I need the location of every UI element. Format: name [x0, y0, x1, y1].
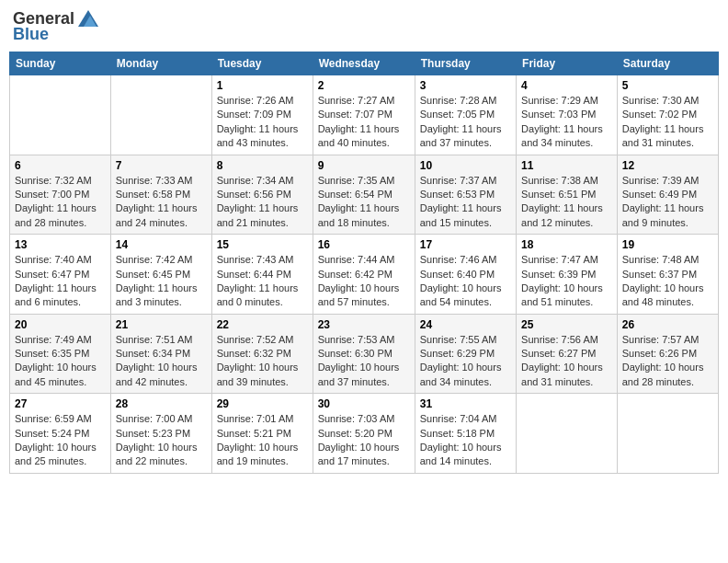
calendar-week-row: 20Sunrise: 7:49 AMSunset: 6:35 PMDayligh… — [10, 314, 719, 394]
calendar-cell: 9Sunrise: 7:35 AMSunset: 6:54 PMDaylight… — [313, 155, 415, 235]
day-of-week-header: Thursday — [415, 52, 516, 75]
day-number: 9 — [318, 159, 410, 172]
calendar-week-row: 1Sunrise: 7:26 AMSunset: 7:09 PMDaylight… — [10, 75, 719, 155]
calendar-week-row: 13Sunrise: 7:40 AMSunset: 6:47 PMDayligh… — [10, 235, 719, 315]
day-number: 5 — [622, 79, 713, 92]
page-header: General Blue — [9, 9, 719, 44]
calendar-cell: 12Sunrise: 7:39 AMSunset: 6:49 PMDayligh… — [617, 155, 718, 235]
calendar-cell: 1Sunrise: 7:26 AMSunset: 7:09 PMDaylight… — [211, 75, 313, 155]
day-number: 26 — [622, 318, 713, 331]
day-info: Sunrise: 6:59 AMSunset: 5:24 PMDaylight:… — [15, 412, 106, 469]
day-number: 29 — [217, 397, 308, 410]
day-number: 4 — [521, 79, 612, 92]
day-info: Sunrise: 7:27 AMSunset: 7:07 PMDaylight:… — [318, 94, 410, 151]
day-info: Sunrise: 7:26 AMSunset: 7:09 PMDaylight:… — [217, 94, 308, 151]
day-info: Sunrise: 7:01 AMSunset: 5:21 PMDaylight:… — [217, 412, 308, 469]
day-info: Sunrise: 7:47 AMSunset: 6:39 PMDaylight:… — [521, 253, 612, 310]
calendar-cell: 20Sunrise: 7:49 AMSunset: 6:35 PMDayligh… — [10, 314, 111, 394]
day-number: 19 — [622, 238, 713, 251]
day-number: 7 — [116, 159, 207, 172]
day-number: 14 — [116, 238, 207, 251]
day-number: 1 — [217, 79, 308, 92]
day-number: 30 — [318, 397, 410, 410]
calendar-cell: 13Sunrise: 7:40 AMSunset: 6:47 PMDayligh… — [10, 235, 111, 315]
day-info: Sunrise: 7:32 AMSunset: 7:00 PMDaylight:… — [15, 174, 106, 231]
calendar-cell: 16Sunrise: 7:44 AMSunset: 6:42 PMDayligh… — [313, 235, 415, 315]
day-info: Sunrise: 7:57 AMSunset: 6:26 PMDaylight:… — [622, 333, 713, 390]
day-number: 28 — [116, 397, 207, 410]
calendar-cell: 5Sunrise: 7:30 AMSunset: 7:02 PMDaylight… — [617, 75, 718, 155]
calendar-cell: 8Sunrise: 7:34 AMSunset: 6:56 PMDaylight… — [211, 155, 313, 235]
calendar-cell: 18Sunrise: 7:47 AMSunset: 6:39 PMDayligh… — [517, 235, 618, 315]
calendar-cell: 31Sunrise: 7:04 AMSunset: 5:18 PMDayligh… — [415, 394, 516, 474]
day-number: 6 — [15, 159, 106, 172]
day-number: 12 — [622, 159, 713, 172]
calendar-cell: 10Sunrise: 7:37 AMSunset: 6:53 PMDayligh… — [415, 155, 516, 235]
day-number: 8 — [217, 159, 308, 172]
day-of-week-header: Tuesday — [211, 52, 313, 75]
day-number: 17 — [420, 238, 511, 251]
calendar-cell — [110, 75, 211, 155]
calendar-cell: 2Sunrise: 7:27 AMSunset: 7:07 PMDaylight… — [313, 75, 415, 155]
calendar-cell: 30Sunrise: 7:03 AMSunset: 5:20 PMDayligh… — [313, 394, 415, 474]
day-info: Sunrise: 7:46 AMSunset: 6:40 PMDaylight:… — [420, 253, 511, 310]
day-info: Sunrise: 7:38 AMSunset: 6:51 PMDaylight:… — [521, 174, 612, 231]
calendar-cell: 14Sunrise: 7:42 AMSunset: 6:45 PMDayligh… — [110, 235, 211, 315]
calendar-cell: 7Sunrise: 7:33 AMSunset: 6:58 PMDaylight… — [110, 155, 211, 235]
calendar-cell: 28Sunrise: 7:00 AMSunset: 5:23 PMDayligh… — [110, 394, 211, 474]
calendar-cell: 27Sunrise: 6:59 AMSunset: 5:24 PMDayligh… — [10, 394, 111, 474]
day-number: 15 — [217, 238, 308, 251]
calendar-cell: 26Sunrise: 7:57 AMSunset: 6:26 PMDayligh… — [617, 314, 718, 394]
calendar-cell: 3Sunrise: 7:28 AMSunset: 7:05 PMDaylight… — [415, 75, 516, 155]
day-info: Sunrise: 7:04 AMSunset: 5:18 PMDaylight:… — [420, 412, 511, 469]
day-info: Sunrise: 7:39 AMSunset: 6:49 PMDaylight:… — [622, 174, 713, 231]
day-info: Sunrise: 7:53 AMSunset: 6:30 PMDaylight:… — [318, 333, 410, 390]
day-number: 24 — [420, 318, 511, 331]
logo: General Blue — [13, 9, 98, 44]
calendar-cell: 21Sunrise: 7:51 AMSunset: 6:34 PMDayligh… — [110, 314, 211, 394]
day-number: 3 — [420, 79, 511, 92]
calendar-cell: 11Sunrise: 7:38 AMSunset: 6:51 PMDayligh… — [517, 155, 618, 235]
calendar-cell: 15Sunrise: 7:43 AMSunset: 6:44 PMDayligh… — [211, 235, 313, 315]
day-number: 23 — [318, 318, 410, 331]
day-info: Sunrise: 7:37 AMSunset: 6:53 PMDaylight:… — [420, 174, 511, 231]
day-info: Sunrise: 7:40 AMSunset: 6:47 PMDaylight:… — [15, 253, 106, 310]
day-number: 2 — [318, 79, 410, 92]
day-info: Sunrise: 7:30 AMSunset: 7:02 PMDaylight:… — [622, 94, 713, 151]
day-of-week-header: Monday — [110, 52, 211, 75]
calendar-header-row: SundayMondayTuesdayWednesdayThursdayFrid… — [10, 52, 719, 75]
logo-blue: Blue — [13, 25, 49, 44]
day-info: Sunrise: 7:44 AMSunset: 6:42 PMDaylight:… — [318, 253, 410, 310]
day-info: Sunrise: 7:56 AMSunset: 6:27 PMDaylight:… — [521, 333, 612, 390]
day-info: Sunrise: 7:51 AMSunset: 6:34 PMDaylight:… — [116, 333, 207, 390]
calendar-cell: 19Sunrise: 7:48 AMSunset: 6:37 PMDayligh… — [617, 235, 718, 315]
day-of-week-header: Saturday — [617, 52, 718, 75]
day-of-week-header: Friday — [517, 52, 618, 75]
day-of-week-header: Sunday — [10, 52, 111, 75]
logo-icon — [78, 10, 98, 27]
calendar-cell — [517, 394, 618, 474]
calendar-week-row: 6Sunrise: 7:32 AMSunset: 7:00 PMDaylight… — [10, 155, 719, 235]
day-of-week-header: Wednesday — [313, 52, 415, 75]
day-number: 21 — [116, 318, 207, 331]
day-info: Sunrise: 7:33 AMSunset: 6:58 PMDaylight:… — [116, 174, 207, 231]
day-info: Sunrise: 7:42 AMSunset: 6:45 PMDaylight:… — [116, 253, 207, 310]
day-info: Sunrise: 7:43 AMSunset: 6:44 PMDaylight:… — [217, 253, 308, 310]
calendar-cell — [10, 75, 111, 155]
day-info: Sunrise: 7:55 AMSunset: 6:29 PMDaylight:… — [420, 333, 511, 390]
day-number: 18 — [521, 238, 612, 251]
calendar-cell: 29Sunrise: 7:01 AMSunset: 5:21 PMDayligh… — [211, 394, 313, 474]
calendar-table: SundayMondayTuesdayWednesdayThursdayFrid… — [9, 52, 719, 474]
day-number: 20 — [15, 318, 106, 331]
day-info: Sunrise: 7:29 AMSunset: 7:03 PMDaylight:… — [521, 94, 612, 151]
day-number: 22 — [217, 318, 308, 331]
day-info: Sunrise: 7:49 AMSunset: 6:35 PMDaylight:… — [15, 333, 106, 390]
calendar-cell: 6Sunrise: 7:32 AMSunset: 7:00 PMDaylight… — [10, 155, 111, 235]
calendar-cell: 22Sunrise: 7:52 AMSunset: 6:32 PMDayligh… — [211, 314, 313, 394]
calendar-cell: 17Sunrise: 7:46 AMSunset: 6:40 PMDayligh… — [415, 235, 516, 315]
day-number: 10 — [420, 159, 511, 172]
calendar-cell: 23Sunrise: 7:53 AMSunset: 6:30 PMDayligh… — [313, 314, 415, 394]
calendar-cell — [617, 394, 718, 474]
day-number: 25 — [521, 318, 612, 331]
day-info: Sunrise: 7:52 AMSunset: 6:32 PMDaylight:… — [217, 333, 308, 390]
